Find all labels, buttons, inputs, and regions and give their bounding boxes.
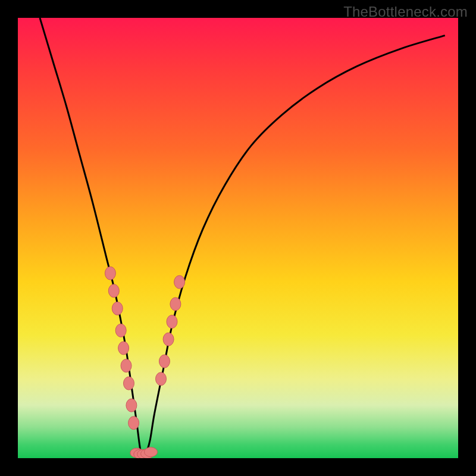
data-marker [129, 416, 139, 430]
chart-svg [18, 18, 458, 458]
marker-layer [105, 267, 184, 458]
data-marker [105, 267, 115, 280]
data-marker [170, 298, 181, 311]
data-marker [174, 275, 185, 289]
data-marker [159, 355, 170, 368]
data-marker [144, 447, 157, 457]
data-marker [163, 333, 174, 346]
watermark-text: TheBottleneck.com [343, 4, 468, 20]
data-marker [112, 302, 123, 315]
data-marker [126, 399, 137, 412]
data-marker [121, 359, 131, 372]
data-marker [118, 342, 129, 355]
data-marker [156, 372, 167, 386]
outer-frame: TheBottleneck.com [0, 0, 476, 476]
data-marker [123, 377, 134, 390]
data-marker [167, 315, 177, 328]
plot-area [18, 18, 458, 458]
bottleneck-curve [40, 18, 445, 456]
curve-layer [40, 18, 445, 456]
data-marker [108, 284, 119, 298]
data-marker [115, 324, 126, 337]
